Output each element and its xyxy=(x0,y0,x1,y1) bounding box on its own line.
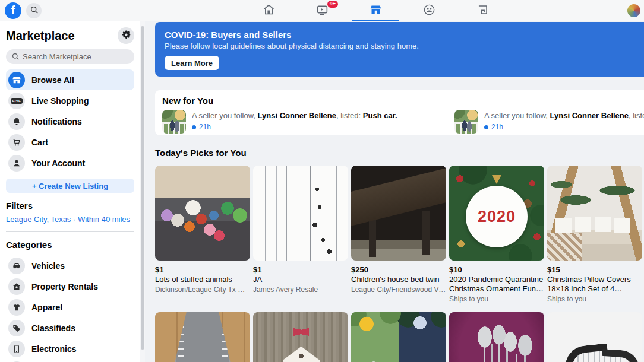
sidebar-item-browse-all[interactable]: Browse All xyxy=(6,69,134,90)
category-electronics[interactable]: Electronics xyxy=(6,338,134,359)
listing-card[interactable]: $1 JA James Avery Resale xyxy=(253,166,348,303)
shirt-icon xyxy=(8,299,25,316)
category-label: Apparel xyxy=(31,303,62,312)
home-icon xyxy=(263,4,275,18)
listing-location: James Avery Resale xyxy=(253,285,348,294)
house-icon xyxy=(8,278,25,295)
listing-image[interactable] xyxy=(155,166,250,261)
watch-icon xyxy=(316,4,329,18)
notification-thumbnail xyxy=(454,110,478,134)
search-input[interactable] xyxy=(23,52,124,61)
listing-image[interactable] xyxy=(351,312,446,362)
listing-location: League City/Friendswood Virtual Garag... xyxy=(351,285,446,294)
nav-search-button[interactable] xyxy=(26,3,42,18)
phone-icon xyxy=(8,341,25,357)
listing-card[interactable]: 2020 $10 2020 Pandemic Quarantine Christ… xyxy=(449,166,544,303)
marketplace-icon xyxy=(370,4,382,18)
new-for-you-heading: New for You xyxy=(162,96,637,106)
facebook-logo[interactable]: f xyxy=(5,2,21,19)
listing-image[interactable] xyxy=(253,166,348,261)
listing-card[interactable]: $1 Lots of stuffed animals Dickinson/Lea… xyxy=(155,166,250,303)
category-apparel[interactable]: Apparel xyxy=(6,297,134,317)
sidebar-item-label: Browse All xyxy=(31,75,74,85)
sidebar-item-label: Live Shopping xyxy=(31,96,89,106)
learn-more-button[interactable]: Learn More xyxy=(165,56,219,70)
listing-card[interactable] xyxy=(449,312,544,362)
settings-button[interactable] xyxy=(118,27,134,44)
sidebar-item-your-account[interactable]: Your Account xyxy=(6,153,134,173)
nav-tabs: 9+ xyxy=(245,0,506,21)
listing-price: $1 xyxy=(155,265,250,274)
sidebar-item-cart[interactable]: Cart xyxy=(6,132,134,153)
tab-groups[interactable] xyxy=(405,0,453,21)
car-icon xyxy=(8,258,25,274)
listing-card[interactable] xyxy=(155,312,250,362)
listing-location: Dickinson/League City Tx Online Garage..… xyxy=(155,285,250,294)
listing-card[interactable] xyxy=(351,312,446,362)
category-property-rentals[interactable]: Property Rentals xyxy=(6,276,134,297)
listing-title: Lots of stuffed animals xyxy=(155,275,250,284)
listings-grid: $1 Lots of stuffed animals Dickinson/Lea… xyxy=(155,166,644,362)
facebook-logo-letter: f xyxy=(11,4,15,16)
notification-time: 21h xyxy=(484,123,644,131)
listing-price: $15 xyxy=(547,265,642,274)
marketplace-search[interactable] xyxy=(6,49,134,64)
listing-card[interactable] xyxy=(253,312,348,362)
category-entertainment[interactable]: Entertainment xyxy=(6,359,134,362)
category-label: Electronics xyxy=(31,344,76,354)
person-icon xyxy=(8,155,25,172)
sidebar-item-label: Notifications xyxy=(31,117,82,126)
tab-gaming[interactable] xyxy=(459,0,506,21)
category-vehicles[interactable]: Vehicles xyxy=(6,255,134,276)
category-label: Property Rentals xyxy=(31,282,98,291)
scrollbar-track[interactable] xyxy=(140,21,145,362)
listing-shipping: Ships to you xyxy=(547,295,642,303)
covid-banner-title: COVID-19: Buyers and Sellers xyxy=(165,30,634,40)
listing-image[interactable]: 2020 xyxy=(449,166,544,261)
listing-card[interactable]: $250 Children's house bed twin League Ci… xyxy=(351,166,446,303)
listing-price: $1 xyxy=(253,265,348,274)
notification-thumbnail xyxy=(162,110,186,134)
listing-image[interactable] xyxy=(547,166,642,261)
listing-image[interactable] xyxy=(547,312,642,362)
listing-image[interactable] xyxy=(351,166,446,261)
listing-image[interactable] xyxy=(253,312,348,362)
listing-shipping: Ships to you xyxy=(449,295,544,303)
notification-time: 21h xyxy=(192,123,397,131)
unread-dot xyxy=(484,125,488,129)
listing-image[interactable] xyxy=(155,312,250,362)
page-title: Marketplace xyxy=(6,29,75,43)
notification-text: A seller you follow, Lynsi Conner Bellen… xyxy=(484,111,644,120)
listing-card[interactable] xyxy=(547,312,642,362)
ornament-year-text: 2020 xyxy=(478,208,516,226)
tab-home[interactable] xyxy=(245,0,292,21)
main-content: COVID-19: Buyers and Sellers Please foll… xyxy=(145,21,644,362)
listing-price: $10 xyxy=(449,265,544,274)
bell-icon xyxy=(8,113,25,130)
notification-text: A seller you follow, Lynsi Conner Bellen… xyxy=(192,111,397,120)
create-new-listing-button[interactable]: + Create New Listing xyxy=(6,179,134,193)
listing-title: Children's house bed twin xyxy=(351,275,446,284)
notification-item[interactable]: A seller you follow, Lynsi Conner Bellen… xyxy=(454,110,644,134)
facebook-marketplace-page: f 9+ xyxy=(0,0,644,362)
tab-watch[interactable]: 9+ xyxy=(298,0,346,21)
location-filter-link[interactable]: League City, Texas · Within 40 miles xyxy=(6,215,134,224)
groups-icon xyxy=(423,4,435,18)
divider xyxy=(6,231,134,232)
listing-image[interactable] xyxy=(449,312,544,362)
category-classifieds[interactable]: Classifieds xyxy=(6,317,134,338)
tab-marketplace[interactable] xyxy=(352,0,399,21)
marketplace-sidebar: Marketplace Browse All LIVE Live Shoppin… xyxy=(0,21,140,362)
filters-heading: Filters xyxy=(6,201,134,211)
cart-icon xyxy=(8,134,25,151)
profile-avatar[interactable] xyxy=(627,4,640,17)
sidebar-item-notifications[interactable]: Notifications xyxy=(6,111,134,132)
scrollbar-thumb[interactable] xyxy=(141,26,144,350)
sidebar-item-live-shopping[interactable]: LIVE Live Shopping xyxy=(6,90,134,111)
listing-title: Christmas Pillow Covers 18×18 Inch Set o… xyxy=(547,275,642,294)
listing-card[interactable]: $15 Christmas Pillow Covers 18×18 Inch S… xyxy=(547,166,642,303)
categories-heading: Categories xyxy=(6,240,134,250)
sidebar-item-label: Your Account xyxy=(31,158,85,168)
watch-notification-badge: 9+ xyxy=(327,1,338,8)
notification-item[interactable]: A seller you follow, Lynsi Conner Bellen… xyxy=(162,110,454,134)
